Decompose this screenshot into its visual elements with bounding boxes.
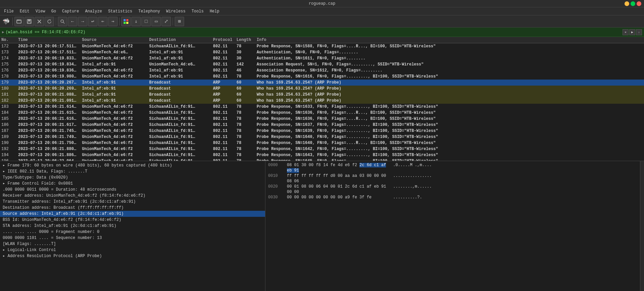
- menu-statistics[interactable]: Statistics: [105, 8, 135, 14]
- table-row[interactable]: 1752023-07-13 20:06:19.834…Intel_af:eb:9…: [0, 61, 644, 67]
- detail-line[interactable]: STA address: Intel_af:eb:91 (2c:6d:c1:af…: [0, 223, 265, 229]
- col-header-protocol: Protocol: [212, 38, 235, 42]
- svg-rect-13: [126, 22, 128, 24]
- menu-help[interactable]: Help: [207, 8, 222, 14]
- detail-line[interactable]: 0000 0000 1101 .... = Sequence number: 1…: [0, 235, 265, 241]
- toolbar-sep-0: [12, 17, 13, 26]
- packet-details[interactable]: ▸ Frame 179: 60 bytes on wire (480 bits)…: [0, 161, 265, 291]
- table-row[interactable]: 1762023-07-13 20:06:19.836…UnionManTech_…: [0, 67, 644, 74]
- detail-line[interactable]: ▸ Address Resolution Protocol (ARP Probe…: [0, 253, 265, 259]
- hex-dump: 000008 01 30 00 f8 14 fe 4d e6 f2 2c 6d …: [265, 161, 640, 291]
- table-row[interactable]: 1862023-07-13 20:06:21.617…UnionManTech_…: [0, 122, 644, 128]
- col-header-no: No.: [0, 38, 17, 42]
- menu-file[interactable]: File: [1, 8, 16, 14]
- jump-btn[interactable]: ↩: [88, 17, 97, 26]
- svg-rect-10: [124, 19, 126, 21]
- filter-bookmark-btn[interactable]: ☆: [636, 29, 642, 35]
- menu-tools[interactable]: Tools: [189, 8, 206, 14]
- toolbar-sep-3: [173, 17, 173, 26]
- hex-row: 002000 01 08 00 06 04 00 01 2c 6d c1 af …: [268, 184, 637, 195]
- packet-list[interactable]: No. Time Source Destination Protocol Len…: [0, 37, 644, 161]
- table-row[interactable]: 1892023-07-13 20:06:21.749…UnionManTech_…: [0, 134, 644, 140]
- open-file-btn[interactable]: [14, 17, 24, 26]
- detail-line[interactable]: Receiver address: UnionManTech_4d:e6:f2 …: [0, 193, 265, 199]
- table-row[interactable]: 1922023-07-13 20:06:21.880…UnionManTech_…: [0, 146, 644, 152]
- filter-value: (wlan.bssid == F8:14:FE:4D:E6:F2): [6, 30, 621, 35]
- titlebar: rogueap.cap: [0, 0, 644, 7]
- table-row[interactable]: 1792023-07-13 20:06:20.267…Intel_af:eb:9…: [0, 80, 644, 86]
- svg-rect-4: [28, 19, 31, 21]
- next-btn[interactable]: ⇒: [108, 17, 118, 26]
- table-row[interactable]: 1722023-07-13 20:06:17.511…UnionManTech_…: [0, 43, 644, 49]
- menu-analyze[interactable]: Analyze: [82, 8, 104, 14]
- svg-line-9: [63, 22, 65, 23]
- menu-telephony[interactable]: Telephony: [136, 8, 163, 14]
- detail-line[interactable]: ▸ Frame 179: 60 bytes on wire (480 bits)…: [0, 162, 265, 168]
- scrollbar[interactable]: [640, 161, 644, 291]
- detail-line[interactable]: .000 0000 0011 0000 = Duration: 48 micro…: [0, 187, 265, 193]
- filterbar: ▶ (wlan.bssid == F8:14:FE:4D:E6:F2) ✕ ▶ …: [0, 28, 644, 37]
- table-row[interactable]: 1872023-07-13 20:06:21.745…UnionManTech_…: [0, 128, 644, 134]
- packet-rows: 1722023-07-13 20:06:17.511…UnionManTech_…: [0, 43, 644, 161]
- close-btn[interactable]: [637, 1, 641, 6]
- table-row[interactable]: 1802023-07-13 20:06:20.269…Intel_af:eb:9…: [0, 86, 644, 92]
- detail-line[interactable]: Source address: Intel_af:eb:91 (2c:6d:c1…: [0, 211, 265, 217]
- table-row[interactable]: 1962023-07-13 20:06:22.064…UnionManTech_…: [0, 158, 644, 161]
- table-row[interactable]: 1902023-07-13 20:06:21.750…UnionManTech_…: [0, 140, 644, 146]
- hex-row: 0010ff ff ff ff ff ff d0 00 aa aa 03 00 …: [268, 173, 637, 184]
- filter-icon: ▶: [2, 30, 4, 34]
- detail-line[interactable]: [WLAN Flags: .......T]: [0, 241, 265, 247]
- save-btn[interactable]: [25, 17, 34, 26]
- filter-controls: ✕ ▶ ☆: [622, 29, 642, 35]
- table-row[interactable]: 1842023-07-13 20:06:21.615…UnionManTech_…: [0, 110, 644, 116]
- detail-line[interactable]: ▸ Frame Control Field: 0x0801: [0, 181, 265, 187]
- colorize-btn[interactable]: [121, 17, 131, 26]
- bottom-panes: ▸ Frame 179: 60 bytes on wire (480 bits)…: [0, 161, 644, 291]
- svg-rect-11: [126, 19, 128, 21]
- grid-btn[interactable]: ⊞: [175, 17, 184, 26]
- back-btn[interactable]: ←: [68, 17, 77, 26]
- detail-line[interactable]: BSS Id: UnionManTech_4d:e6:f2 (f8:14:fe:…: [0, 217, 265, 223]
- close-capture-btn[interactable]: [35, 17, 44, 26]
- table-row[interactable]: 1732023-07-13 20:06:17.511…UnionManTech_…: [0, 49, 644, 55]
- forward-btn[interactable]: →: [78, 17, 87, 26]
- menu-capture[interactable]: Capture: [59, 8, 82, 14]
- window-title: rogueap.cap: [309, 1, 335, 6]
- table-row[interactable]: 1832023-07-13 20:06:21.614…UnionManTech_…: [0, 104, 644, 110]
- col-header-info: Info: [255, 38, 644, 42]
- table-row[interactable]: 1822023-07-13 20:06:21.091…Intel_af:eb:9…: [0, 98, 644, 104]
- ws-logo-btn[interactable]: 🦈: [1, 17, 11, 26]
- detail-line[interactable]: ▸ IEEE 802.11 Data, Flags: .......T: [0, 168, 265, 175]
- maximize-btn[interactable]: [631, 1, 635, 6]
- menu-view[interactable]: View: [33, 8, 48, 14]
- col-header-source: Source: [81, 38, 148, 42]
- table-row[interactable]: 1782023-07-13 20:06:19.980…UnionManTech_…: [0, 74, 644, 80]
- detail-line[interactable]: ▸ Logical-Link Control: [0, 247, 265, 253]
- reload-btn[interactable]: [45, 17, 54, 26]
- autoscroll-btn[interactable]: ⇓: [131, 17, 141, 26]
- detail-line[interactable]: Destination address: Broadcast (ff:ff:ff…: [0, 205, 265, 211]
- filter-clear-btn[interactable]: ✕: [622, 29, 629, 35]
- filter-apply-btn[interactable]: ▶: [629, 29, 635, 35]
- find-btn[interactable]: [58, 17, 67, 26]
- main-area: No. Time Source Destination Protocol Len…: [0, 37, 644, 291]
- svg-rect-5: [28, 22, 31, 23]
- table-row[interactable]: 1812023-07-13 20:06:21.088…Intel_af:eb:9…: [0, 92, 644, 98]
- prev-btn[interactable]: ⇐: [98, 17, 108, 26]
- table-row[interactable]: 1852023-07-13 20:06:21.616…UnionManTech_…: [0, 116, 644, 122]
- menu-go[interactable]: Go: [48, 8, 58, 14]
- hex-rows: 000008 01 30 00 f8 14 fe 4d e6 f2 2c 6d …: [268, 162, 637, 200]
- detail-line[interactable]: .... .... .... 0000 = Fragment number: 0: [0, 229, 265, 235]
- menu-edit[interactable]: Edit: [17, 8, 32, 14]
- hex-row: 003000 00 00 00 00 00 00 00 a9 fe 3f fe …: [268, 195, 637, 200]
- minimize-btn[interactable]: [625, 1, 629, 6]
- fullscreen-btn[interactable]: ⤢: [162, 17, 171, 26]
- detail-line[interactable]: Type/Subtype: Data (0x0020): [0, 175, 265, 181]
- detail-line[interactable]: Transmitter address: Intel_af:eb:91 (2c:…: [0, 199, 265, 205]
- zoom-in-btn[interactable]: □: [141, 17, 151, 26]
- svg-rect-2: [17, 20, 21, 23]
- menu-wireless[interactable]: Wireless: [164, 8, 188, 14]
- zoom-out-btn[interactable]: ▭: [152, 17, 161, 26]
- table-row[interactable]: 1742023-07-13 20:06:19.833…UnionManTech_…: [0, 55, 644, 61]
- table-row[interactable]: 1942023-07-13 20:06:21.886…UnionManTech_…: [0, 152, 644, 158]
